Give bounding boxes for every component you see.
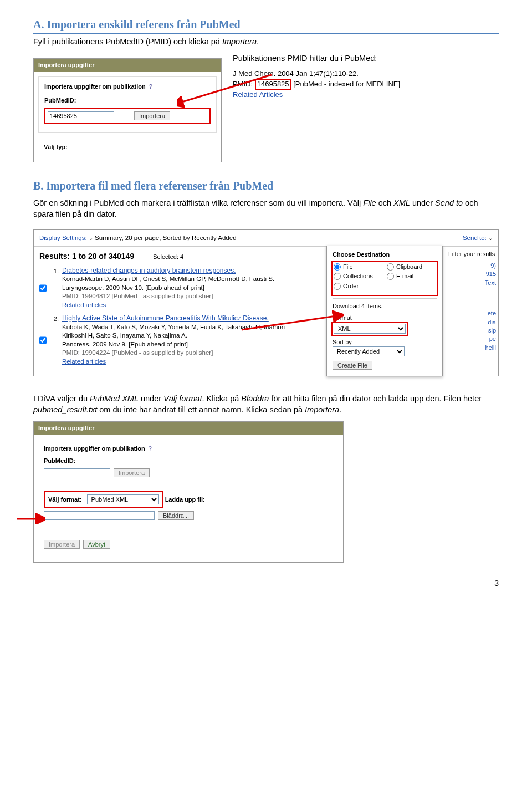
result-checkbox[interactable] <box>39 315 47 366</box>
heading-a: A. Importera enskild referens från PubMe… <box>33 17 499 34</box>
sidebit: 915 <box>448 270 496 278</box>
sidebit: helli <box>448 344 496 352</box>
cit-pmid-pre: PMID: <box>233 80 255 88</box>
radio-clipboard[interactable] <box>387 263 394 271</box>
result-journal: Pancreas. 2009 Nov 9. [Epub ahead of pri… <box>62 340 285 349</box>
intro-a-dot: . <box>257 37 259 46</box>
b-p2-em3: Bläddra <box>241 394 269 403</box>
pmid-label: PubMedID: <box>44 96 76 105</box>
cit-line1: J Med Chem. 2004 Jan 1;47(1):110-22. <box>233 69 499 79</box>
result-authors: Kubota K, Wada T, Kato S, Mozaki Y, Yone… <box>62 323 285 332</box>
b-p2-em1: PubMed XML <box>90 394 139 403</box>
b-p2-b: under <box>139 394 163 403</box>
result-number: 1. <box>50 266 59 309</box>
importera-button3[interactable]: Importera <box>44 540 80 549</box>
pmid-input[interactable] <box>48 111 114 120</box>
sidebit: ete <box>448 309 496 318</box>
import-single-panel: Importera uppgifter Importera uppgifter … <box>33 58 222 162</box>
panel2-header: Importera uppgifter <box>34 422 343 435</box>
b-p2-em2: Välj format <box>163 394 202 403</box>
help-icon[interactable]: ? <box>149 445 152 452</box>
intro-b: Gör en sökning i PubMed och markera i tr… <box>33 197 499 220</box>
result-title[interactable]: Diabetes-related changes in auditory bra… <box>62 266 274 275</box>
sendto-popup: Choose Destination File Clipboard Collec… <box>326 246 443 376</box>
importera-button2[interactable]: Importera <box>114 468 150 477</box>
opt-collections[interactable]: Collections <box>334 272 382 280</box>
b-p1-em1: File <box>363 198 376 207</box>
radio-collections[interactable] <box>334 273 341 280</box>
b-p2-d: för att hitta filen på din dator och lad… <box>269 394 482 403</box>
result-checkbox[interactable] <box>39 267 47 309</box>
result-authors: Konrad-Martin D, Austin DF, Griest S, Mc… <box>62 275 274 284</box>
pmid-hint: Publikationens PMID hittar du i PubMed: <box>233 53 499 64</box>
valj-typ-label: Välj typ: <box>44 143 68 151</box>
choose-destination-label: Choose Destination <box>332 251 437 259</box>
result-title[interactable]: Highly Active State of Autoimmune Pancre… <box>62 314 285 323</box>
sidebit: Text <box>448 279 496 287</box>
file-path-input[interactable] <box>44 511 155 520</box>
b-p1-c: under <box>410 198 435 207</box>
cit-pmid-post: [PubMed - indexed for MEDLINE] <box>291 80 401 88</box>
opt-order[interactable]: Order <box>334 282 382 290</box>
create-file-button[interactable]: Create File <box>332 361 372 370</box>
cit-pmid-box: 14695825 <box>255 79 291 90</box>
radio-order[interactable] <box>334 283 341 290</box>
panel2-subtitle: Importera uppgifter om publikation <box>44 445 145 453</box>
download-count: Download 4 items. <box>332 302 437 310</box>
importera-button[interactable]: Importera <box>134 111 170 120</box>
radio-file[interactable] <box>334 263 341 271</box>
display-settings-link[interactable]: Display Settings: <box>39 234 87 241</box>
panel-header: Importera uppgifter <box>34 59 221 72</box>
result-pmid: PMID: 19904812 [PubMed - as supplied by … <box>62 292 274 301</box>
result-authors2: Kirikoshi H, Saito S, Inayama Y, Nakajim… <box>62 331 285 340</box>
format-select2[interactable]: PubMed XML <box>87 494 159 504</box>
b-p2-em5: Importera <box>305 405 339 414</box>
opt-file[interactable]: File <box>334 263 382 271</box>
help-icon[interactable]: ? <box>149 83 152 90</box>
results-selected: Selected: 4 <box>153 253 183 260</box>
b-p2-c: . Klicka på <box>202 394 241 403</box>
b-p2-e: om du inte har ändrat till ett annat nam… <box>97 405 305 414</box>
intro-a: Fyll i publikationens PubMedID (PMID) oc… <box>33 36 499 47</box>
result-journal: Laryngoscope. 2009 Nov 10. [Epub ahead o… <box>62 284 274 293</box>
pmid-label2: PubMedID: <box>44 457 75 465</box>
avbryt-button[interactable]: Avbryt <box>83 540 110 549</box>
heading-b: B. Importera fil med flera referenser fr… <box>33 178 499 195</box>
sortby-label: Sort by <box>332 338 437 346</box>
send-to-link[interactable]: Send to: <box>463 234 487 241</box>
b-p1-b: och <box>376 198 393 207</box>
para-b2: I DiVA väljer du PubMed XML under Välj f… <box>33 393 499 416</box>
valj-format-label: Välj format: <box>48 496 82 504</box>
b-p1-em3: Send to <box>435 198 463 207</box>
result-related[interactable]: Related articles <box>62 301 274 310</box>
result-number: 2. <box>50 314 59 366</box>
pmid-input2[interactable] <box>44 468 110 477</box>
import-subtitle: Importera uppgifter om publikation <box>44 83 146 91</box>
browse-button[interactable]: Bläddra... <box>158 511 194 520</box>
result-related[interactable]: Related articles <box>62 358 285 366</box>
ladda-label: Ladda upp fil: <box>165 496 205 504</box>
pubmed-results-panel: Display Settings: ⌄ Summary, 20 per page… <box>33 229 499 376</box>
b-p2-a: I DiVA väljer du <box>33 394 90 403</box>
sidebit: 9) <box>448 262 496 270</box>
sidebit: pe <box>448 335 496 343</box>
opt-clipboard[interactable]: Clipboard <box>387 263 436 271</box>
intro-a-em: Importera <box>222 37 257 46</box>
page-number: 3 <box>33 578 499 589</box>
cit-related[interactable]: Related Articles <box>233 90 499 100</box>
sidebit: dia <box>448 318 496 326</box>
opt-email[interactable]: E-mail <box>387 272 436 280</box>
display-settings-value: Summary, 20 per page, Sorted by Recently… <box>95 234 237 241</box>
results-count: Results: 1 to 20 of 340149 <box>39 252 134 261</box>
pubmed-citation: J Med Chem. 2004 Jan 1;47(1):110-22. PMI… <box>233 69 499 100</box>
format-select[interactable]: XML <box>334 324 406 334</box>
sortby-select[interactable]: Recently Added <box>332 346 405 356</box>
result-pmid: PMID: 19904224 [PubMed - as supplied by … <box>62 349 285 358</box>
b-p1-a: Gör en sökning i PubMed och markera i tr… <box>33 198 363 207</box>
radio-email[interactable] <box>387 273 394 280</box>
b-p2-em4: pubmed_result.txt <box>33 405 97 414</box>
sidebit: sip <box>448 326 496 335</box>
filter-sidebar: Filter your results 9) 915 Text ete dia … <box>446 247 498 376</box>
intro-a-text: Fyll i publikationens PubMedID (PMID) oc… <box>33 37 222 46</box>
b-p2-f: . <box>339 405 341 414</box>
